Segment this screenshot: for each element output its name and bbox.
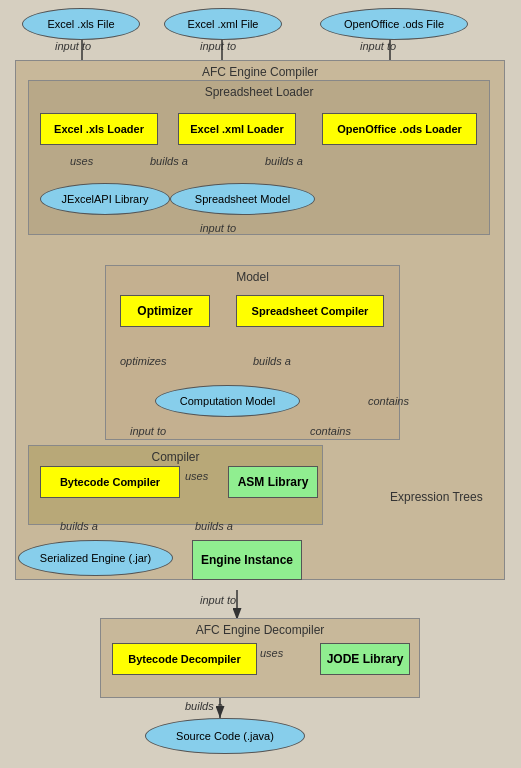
label-uses-3: uses [260, 647, 283, 659]
label-uses-1: uses [70, 155, 93, 167]
jexcelapi-library: JExcelAPI Library [40, 183, 170, 215]
label-contains-1: contains [310, 425, 351, 437]
spreadsheet-model: Spreadsheet Model [170, 183, 315, 215]
label-uses-2: uses [185, 470, 208, 482]
spreadsheet-loader-label: Spreadsheet Loader [29, 85, 489, 99]
excel-xml-file: Excel .xml File [164, 8, 282, 40]
asm-library: ASM Library [228, 466, 318, 498]
label-builds-a-1: builds a [150, 155, 188, 167]
afc-engine-decompiler-label: AFC Engine Decompiler [101, 623, 419, 637]
label-builds-a-3: builds a [253, 355, 291, 367]
label-input-to-5: input to [130, 425, 166, 437]
label-input-to-1: input to [55, 40, 91, 52]
label-input-to-4: input to [200, 222, 236, 234]
source-code: Source Code (.java) [145, 718, 305, 754]
label-builds-a-6: builds a [185, 700, 223, 712]
label-builds-a-4: builds a [60, 520, 98, 532]
label-input-to-6: input to [200, 594, 236, 606]
optimizer: Optimizer [120, 295, 210, 327]
engine-instance: Engine Instance [192, 540, 302, 580]
expression-trees-label: Expression Trees [390, 490, 483, 504]
jode-library: JODE Library [320, 643, 410, 675]
model-label: Model [106, 270, 399, 284]
label-builds-a-5: builds a [195, 520, 233, 532]
label-builds-a-2: builds a [265, 155, 303, 167]
diagram: Excel .xls File Excel .xml File OpenOffi… [0, 0, 521, 768]
label-optimizes: optimizes [120, 355, 166, 367]
spreadsheet-compiler: Spreadsheet Compiler [236, 295, 384, 327]
excel-xml-loader: Excel .xml Loader [178, 113, 296, 145]
serialized-engine: Serialized Engine (.jar) [18, 540, 173, 576]
bytecode-compiler: Bytecode Compiler [40, 466, 180, 498]
bytecode-decompiler: Bytecode Decompiler [112, 643, 257, 675]
openoffice-ods-loader: OpenOffice .ods Loader [322, 113, 477, 145]
label-input-to-2: input to [200, 40, 236, 52]
computation-model: Computation Model [155, 385, 300, 417]
excel-xls-loader: Excel .xls Loader [40, 113, 158, 145]
label-contains-2: contains [368, 395, 409, 407]
afc-engine-compiler-label: AFC Engine Compiler [16, 65, 504, 79]
compiler-label: Compiler [29, 450, 322, 464]
openoffice-ods-file: OpenOffice .ods File [320, 8, 468, 40]
label-input-to-3: input to [360, 40, 396, 52]
excel-xls-file: Excel .xls File [22, 8, 140, 40]
